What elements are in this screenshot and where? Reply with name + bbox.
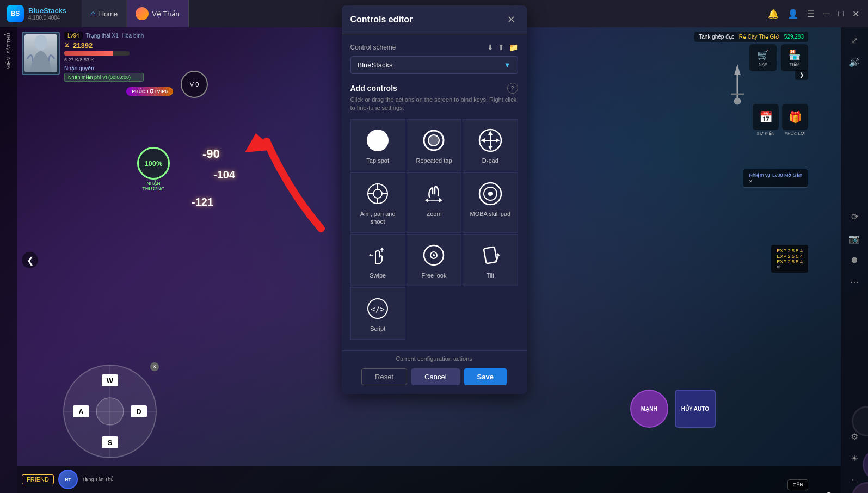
control-free-look[interactable]: Free look <box>407 234 461 286</box>
swipe-icon <box>366 243 390 267</box>
add-controls-section: Add controls ? Click or drag the actions… <box>350 83 518 113</box>
script-icon: </> <box>366 297 390 321</box>
chevron-down-icon: ▼ <box>504 61 511 69</box>
scheme-section: Control scheme ⬇ ⬆ 📁 BlueStacks ▼ <box>350 43 518 74</box>
d-pad-label: D-pad <box>482 157 498 164</box>
scheme-label-row: Control scheme ⬇ ⬆ 📁 <box>350 43 518 52</box>
add-controls-header: Add controls ? <box>350 83 518 94</box>
control-zoom[interactable]: Zoom <box>407 172 461 233</box>
svg-marker-26 <box>488 146 493 150</box>
import-icon[interactable]: ⬇ <box>487 43 494 52</box>
export-icon[interactable]: ⬆ <box>498 43 504 52</box>
control-script[interactable]: </> Script <box>350 287 405 340</box>
tilt-icon <box>478 243 502 267</box>
repeated-tap-icon <box>422 128 446 152</box>
zoom-label: Zoom <box>426 210 441 218</box>
svg-point-47 <box>433 254 435 256</box>
tap-spot-label: Tap spot <box>366 157 389 164</box>
cancel-button[interactable]: Cancel <box>411 368 459 385</box>
scheme-action-icons: ⬇ ⬆ 📁 <box>487 43 518 52</box>
svg-marker-28 <box>496 138 500 143</box>
modal-overlay: Controls editor ✕ Control scheme ⬇ ⬆ 📁 B… <box>0 0 868 493</box>
tilt-label: Tilt <box>487 272 494 279</box>
control-moba-skill-pad[interactable]: MOBA skill pad <box>463 172 518 233</box>
svg-point-40 <box>488 192 493 196</box>
modal-footer: Reset Cancel Save <box>342 364 527 394</box>
moba-skill-pad-label: MOBA skill pad <box>470 210 511 218</box>
script-label: Script <box>370 325 385 332</box>
scheme-dropdown[interactable]: BlueStacks ▼ <box>350 56 518 74</box>
zoom-icon <box>422 182 446 206</box>
scheme-value: BlueStacks <box>358 61 393 69</box>
control-swipe[interactable]: Swipe <box>350 234 405 286</box>
free-look-label: Free look <box>422 272 447 279</box>
control-aim-pan-shoot[interactable]: Aim, pan and shoot <box>350 172 405 233</box>
swipe-label: Swipe <box>370 272 386 279</box>
add-controls-desc: Click or drag the actions on the screen … <box>350 96 518 113</box>
svg-point-30 <box>373 189 382 198</box>
svg-point-21 <box>428 135 439 146</box>
repeated-tap-label: Repeated tap <box>416 157 452 164</box>
tap-spot-icon <box>366 128 390 152</box>
svg-marker-42 <box>369 254 371 257</box>
control-tilt[interactable]: Tilt <box>463 234 518 286</box>
svg-marker-37 <box>439 198 442 202</box>
config-actions-label: Current configuration actions <box>342 350 527 364</box>
scheme-label-text: Control scheme <box>350 44 396 51</box>
svg-marker-44 <box>380 248 384 250</box>
svg-point-19 <box>367 130 389 151</box>
add-controls-title: Add controls <box>350 84 397 93</box>
svg-marker-27 <box>481 138 485 143</box>
moba-skill-pad-icon <box>478 182 502 206</box>
aim-pan-shoot-label: Aim, pan and shoot <box>355 210 401 226</box>
free-look-icon <box>422 243 446 267</box>
modal-header: Controls editor ✕ <box>342 5 527 34</box>
folder-icon[interactable]: 📁 <box>509 43 518 52</box>
reset-button[interactable]: Reset <box>361 368 407 385</box>
svg-marker-25 <box>488 131 493 135</box>
control-tap-spot[interactable]: Tap spot <box>350 119 405 171</box>
control-repeated-tap[interactable]: Repeated tap <box>407 119 461 171</box>
save-button[interactable]: Save <box>464 368 507 385</box>
svg-text:</>: </> <box>371 305 385 313</box>
control-d-pad[interactable]: D-pad <box>463 119 518 171</box>
modal-body: Control scheme ⬇ ⬆ 📁 BlueStacks ▼ Add co… <box>342 34 527 350</box>
help-icon[interactable]: ? <box>507 83 518 94</box>
modal-close-button[interactable]: ✕ <box>505 13 518 26</box>
svg-marker-36 <box>425 198 428 202</box>
modal-title: Controls editor <box>350 15 413 24</box>
controls-editor-modal: Controls editor ✕ Control scheme ⬇ ⬆ 📁 B… <box>342 5 527 394</box>
d-pad-icon <box>478 128 502 152</box>
controls-grid: Tap spot Repeated tap <box>350 119 518 340</box>
svg-rect-48 <box>484 246 497 263</box>
aim-pan-shoot-icon <box>366 182 390 206</box>
